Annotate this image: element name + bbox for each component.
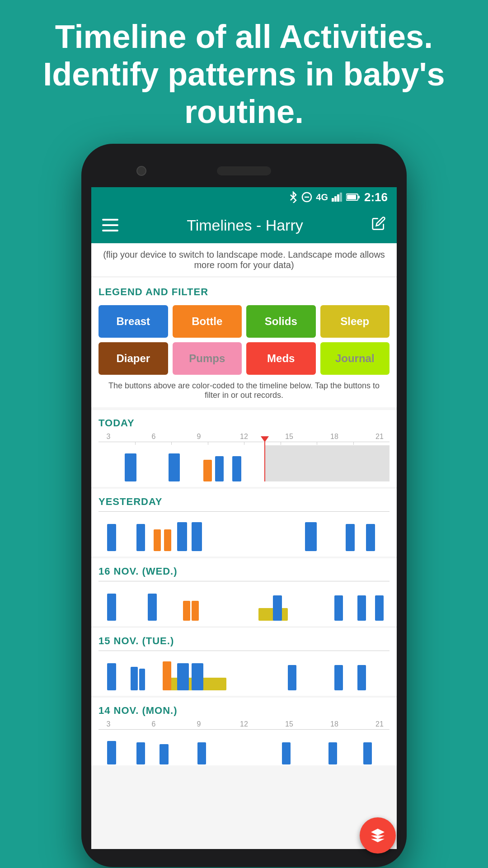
diaper-filter-btn[interactable]: Diaper [99, 342, 168, 375]
breast-filter-btn[interactable]: Breast [99, 305, 168, 338]
tl-bar [125, 453, 136, 481]
phone-top [91, 157, 397, 184]
status-icons: 4G [289, 191, 360, 203]
edit-icon[interactable] [371, 216, 386, 234]
axis-label: 9 [190, 433, 208, 441]
today-label: TODAY [99, 417, 389, 429]
svg-rect-2 [332, 198, 334, 202]
tl-bar [154, 529, 161, 551]
tl-bar [215, 456, 224, 481]
nov15-timeline-section: 15 NOV. (TUE.) [91, 628, 397, 696]
pumps-filter-btn[interactable]: Pumps [173, 342, 242, 375]
today-timeline-section: TODAY 3 6 9 12 15 18 21 [91, 410, 397, 487]
tl-bar [192, 663, 203, 690]
tl-bar [160, 744, 168, 765]
tl-bar [192, 601, 199, 621]
svg-rect-8 [347, 195, 356, 199]
tl-bar [136, 742, 145, 764]
tl-bar [107, 663, 116, 690]
hamburger-menu-icon[interactable] [102, 219, 118, 231]
meds-filter-btn[interactable]: Meds [246, 342, 316, 375]
nov14-label: 14 NOV. (MON.) [99, 705, 389, 717]
tl-bar [164, 529, 171, 551]
tl-bar [107, 594, 116, 621]
signal-icon [332, 193, 343, 202]
axis-label: 3 [99, 433, 117, 441]
tl-bar [139, 669, 145, 690]
tl-bar [334, 665, 343, 690]
axis-label: 18 [325, 433, 343, 441]
speaker [217, 166, 271, 175]
camera [136, 166, 146, 176]
svg-rect-4 [337, 194, 339, 202]
app-title: Timelines - Harry [118, 217, 371, 234]
axis-label: 15 [280, 433, 298, 441]
page-background: Timeline of all Activities. Identify pat… [0, 0, 488, 868]
tl-bar [163, 661, 171, 690]
axis-label: 6 [145, 433, 163, 441]
axis-label: 12 [235, 433, 253, 441]
tl-bar [346, 524, 354, 551]
tl-bar [183, 601, 190, 621]
page-header: Timeline of all Activities. Identify pat… [0, 0, 488, 144]
sleep-filter-btn[interactable]: Sleep [320, 305, 390, 338]
tl-bar [169, 453, 180, 481]
yesterday-timeline-section: YESTERDAY [91, 489, 397, 557]
svg-rect-7 [358, 196, 360, 198]
axis-label: 6 [145, 720, 163, 728]
tl-bar [131, 667, 138, 690]
tl-bar [203, 460, 212, 481]
status-bar: 4G 2:16 [91, 187, 397, 207]
tl-bar [282, 742, 291, 764]
tl-bar [334, 595, 343, 621]
time-marker [264, 442, 265, 481]
legend-note: The buttons above are color-coded to the… [99, 381, 389, 400]
tl-bar [177, 663, 189, 690]
no-disturb-icon [301, 192, 312, 203]
tl-bar [375, 595, 384, 621]
tl-bar [136, 524, 145, 551]
phone-frame: 4G 2:16 Tim [81, 144, 407, 867]
journal-filter-btn[interactable]: Journal [320, 342, 390, 375]
tl-bar [328, 742, 337, 764]
axis-label: 18 [325, 720, 343, 728]
tl-bar [357, 665, 366, 690]
fab-button[interactable] [360, 817, 396, 849]
bottle-filter-btn[interactable]: Bottle [173, 305, 242, 338]
layers-icon [370, 827, 386, 844]
battery-icon [346, 193, 360, 201]
nov14-timeline-section: 14 NOV. (MON.) 3 6 9 12 15 18 21 [91, 698, 397, 765]
tl-bar [197, 742, 206, 764]
tl-bar [273, 595, 282, 621]
legend-section: LEGEND AND FILTER Breast Bottle Solids S… [91, 277, 397, 407]
header-line2: Identify patterns in baby's routine. [43, 56, 445, 130]
legend-title: LEGEND AND FILTER [99, 286, 389, 298]
info-bar: (flip your device to switch to landscape… [91, 243, 397, 277]
tl-bar [232, 456, 241, 481]
bluetooth-icon [289, 191, 298, 203]
future-area [264, 445, 389, 481]
axis-label: 12 [235, 720, 253, 728]
axis-label: 21 [371, 720, 389, 728]
tl-bar [366, 524, 375, 551]
nov16-timeline-section: 16 NOV. (WED.) [91, 558, 397, 626]
svg-rect-3 [334, 196, 337, 202]
status-time: 2:16 [364, 190, 388, 204]
axis-label: 9 [190, 720, 208, 728]
tl-bar [192, 522, 202, 551]
header-line1: Timeline of all Activities. [55, 19, 433, 55]
tl-bar [288, 665, 296, 690]
yesterday-label: YESTERDAY [99, 496, 389, 508]
solids-filter-btn[interactable]: Solids [246, 305, 316, 338]
app-bar: Timelines - Harry [91, 207, 397, 243]
tl-bar [107, 524, 116, 551]
axis-label: 21 [371, 433, 389, 441]
tl-bar [357, 595, 366, 621]
tl-bar [305, 522, 317, 551]
tl-bar [363, 742, 372, 764]
nov15-label: 15 NOV. (TUE.) [99, 635, 389, 647]
screen-content: (flip your device to switch to landscape… [91, 243, 397, 849]
tl-bar [107, 741, 116, 765]
network-indicator: 4G [316, 192, 328, 203]
axis-label: 15 [280, 720, 298, 728]
